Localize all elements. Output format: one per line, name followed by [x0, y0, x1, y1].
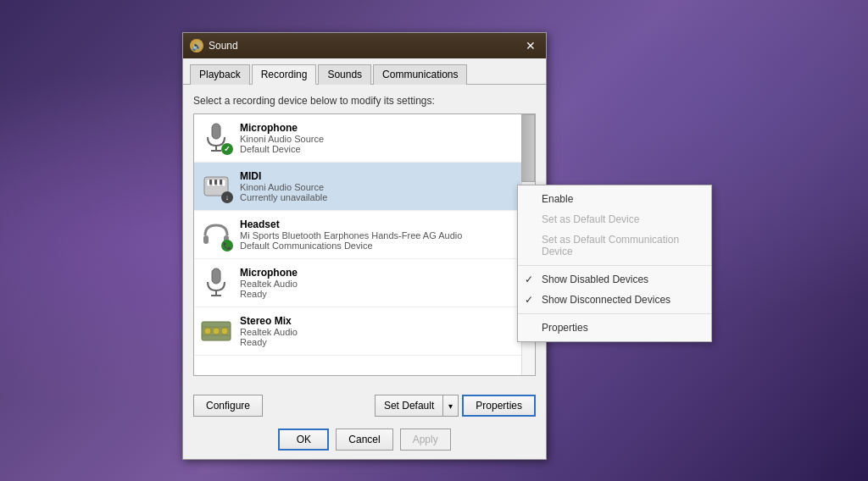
set-default-arrow[interactable]: ▾: [442, 395, 459, 417]
svg-point-19: [221, 328, 228, 334]
context-set-default: Set as Default Device: [518, 209, 711, 229]
set-default-button[interactable]: Set Default: [375, 395, 442, 417]
device-icon-midi: ↓: [199, 169, 233, 203]
badge-phone: 📞: [221, 240, 233, 252]
tab-playback[interactable]: Playback: [190, 64, 250, 85]
device-sub: Kinoni Audio Source: [240, 182, 530, 192]
device-status: Currently unavailable: [240, 192, 530, 202]
context-show-disconnected[interactable]: ✓ Show Disconnected Devices: [518, 290, 711, 310]
tab-communications[interactable]: Communications: [373, 64, 467, 85]
context-set-default-comm: Set as Default Communication Device: [518, 229, 711, 262]
tab-recording[interactable]: Recording: [252, 64, 317, 85]
device-item-stereomix[interactable]: Stereo Mix Realtek Audio Ready: [194, 307, 535, 356]
title-bar: 🔊 Sound ✕: [183, 33, 546, 58]
device-name: Headset: [240, 218, 530, 230]
dialog-footer: Configure Set Default ▾ Properties: [183, 386, 546, 423]
device-status: Ready: [240, 337, 530, 347]
device-status: Default Device: [240, 144, 530, 154]
svg-rect-9: [214, 180, 217, 185]
footer-left-buttons: Configure: [193, 395, 263, 417]
device-sub: Mi Sports Bluetooth Earphones Hands-Free…: [240, 230, 530, 240]
sound-dialog: 🔊 Sound ✕ Playback Recording Sounds Comm…: [182, 32, 547, 460]
device-icon-stereomix: [199, 314, 233, 348]
device-status: Ready: [240, 289, 530, 299]
device-list[interactable]: ✓ Microphone Kinoni Audio Source Default…: [193, 113, 536, 376]
ok-cancel-row: OK Cancel Apply: [183, 423, 546, 459]
device-icon-microphone: ✓: [199, 121, 233, 155]
device-status: Default Communications Device: [240, 240, 530, 251]
properties-button[interactable]: Properties: [462, 395, 536, 417]
device-item-headset[interactable]: 📞 Headset Mi Sports Bluetooth Earphones …: [194, 211, 535, 259]
dialog-body: Select a recording device below to modif…: [183, 85, 546, 386]
device-name: Microphone: [240, 122, 530, 134]
device-info-microphone-realtek: Microphone Realtek Audio Ready: [240, 267, 530, 299]
context-show-disabled[interactable]: ✓ Show Disabled Devices: [518, 269, 711, 290]
device-sub: Kinoni Audio Source: [240, 134, 530, 144]
footer-right-buttons: Set Default ▾ Properties: [375, 395, 536, 417]
context-properties[interactable]: Properties: [518, 318, 711, 338]
svg-rect-0: [212, 124, 220, 139]
ok-button[interactable]: OK: [278, 428, 329, 451]
device-info-microphone-default: Microphone Kinoni Audio Source Default D…: [240, 122, 530, 154]
context-separator-1: [518, 265, 711, 266]
context-enable[interactable]: Enable: [518, 189, 711, 209]
title-bar-left: 🔊 Sound: [190, 39, 238, 53]
device-name: MIDI: [240, 170, 530, 182]
svg-rect-11: [203, 235, 209, 244]
device-item-microphone-realtek[interactable]: Microphone Realtek Audio Ready: [194, 259, 535, 307]
apply-button[interactable]: Apply: [400, 428, 451, 451]
context-menu: Enable Set as Default Device Set as Defa…: [517, 185, 712, 342]
svg-rect-8: [209, 180, 212, 185]
dialog-title: Sound: [209, 40, 238, 52]
device-item-midi[interactable]: ↓ MIDI Kinoni Audio Source Currently una…: [194, 163, 535, 211]
set-default-split: Set Default ▾: [375, 395, 459, 417]
device-info-stereomix: Stereo Mix Realtek Audio Ready: [240, 315, 530, 347]
check-show-disconnected: ✓: [525, 294, 533, 306]
tab-bar: Playback Recording Sounds Communications: [183, 58, 546, 85]
svg-point-17: [204, 328, 211, 334]
device-info-midi: MIDI Kinoni Audio Source Currently unava…: [240, 170, 530, 202]
device-name: Microphone: [240, 267, 530, 279]
badge-check: ✓: [221, 143, 233, 155]
device-name: Stereo Mix: [240, 315, 530, 327]
device-icon-microphone2: [199, 266, 233, 300]
device-info-headset: Headset Mi Sports Bluetooth Earphones Ha…: [240, 218, 530, 251]
tab-sounds[interactable]: Sounds: [318, 64, 371, 85]
cancel-button[interactable]: Cancel: [336, 428, 392, 451]
svg-rect-7: [222, 180, 225, 186]
svg-rect-10: [220, 180, 222, 185]
check-show-disabled: ✓: [525, 274, 533, 285]
context-separator-2: [518, 313, 711, 314]
scrollbar-thumb[interactable]: [521, 114, 535, 182]
device-item-microphone-default[interactable]: ✓ Microphone Kinoni Audio Source Default…: [194, 114, 535, 163]
svg-point-18: [213, 328, 220, 334]
instruction-text: Select a recording device below to modif…: [193, 95, 536, 107]
device-sub: Realtek Audio: [240, 279, 530, 289]
configure-button[interactable]: Configure: [193, 395, 263, 417]
badge-down: ↓: [221, 191, 233, 203]
svg-rect-13: [212, 268, 220, 284]
sound-icon: 🔊: [190, 39, 203, 53]
device-sub: Realtek Audio: [240, 327, 530, 337]
device-icon-headset: 📞: [199, 218, 233, 252]
close-button[interactable]: ✕: [522, 37, 539, 54]
